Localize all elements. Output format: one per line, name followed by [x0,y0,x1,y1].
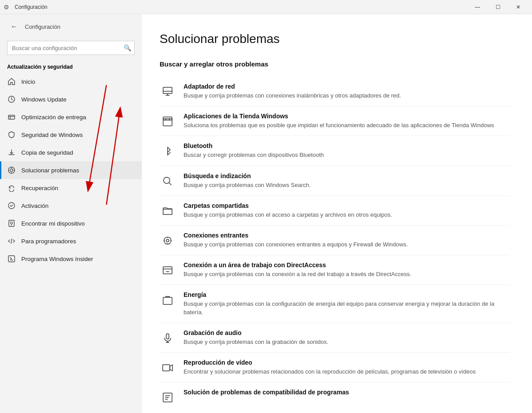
sidebar-label-encontrar: Encontrar mi dispositivo [21,220,85,227]
trouble-desc-busqueda: Busque y corrija problemas con Windows S… [184,181,510,189]
sidebar-item-solucionar[interactable]: Solucionar problemas [0,161,142,179]
trouble-text-carpetas: Carpetas compartidas Busque y corrija pr… [184,202,510,219]
sidebar-label-solucionar: Solucionar problemas [21,167,79,174]
trouble-item-busqueda[interactable]: Búsqueda e indización Busque y corrija p… [160,166,510,196]
trouble-title-grabacion-audio: Grabación de audio [184,329,510,336]
trouble-item-conexion-directaccess[interactable]: Conexión a un área de trabajo con Direct… [160,255,510,285]
trouble-title-energia: Energía [184,291,510,298]
trouble-item-aplicaciones-tienda[interactable]: Aplicaciones de la Tienda Windows Soluci… [160,106,510,136]
insider-icon [7,254,16,263]
svg-point-3 [10,169,13,171]
sidebar-item-recuperacion[interactable]: Recuperación [0,179,142,197]
sidebar-item-optimizacion[interactable]: Optimización de entrega [0,108,142,126]
sidebar: ← Configuración 🔍 Actualización y seguri… [0,14,142,413]
backup-icon [7,148,16,157]
app-body: ← Configuración 🔍 Actualización y seguri… [0,14,532,413]
bluetooth-icon [160,143,176,159]
trouble-item-adaptador-red[interactable]: Adaptador de red Busque y corrija proble… [160,77,510,106]
trouble-desc-aplicaciones-tienda: Soluciona los problemas que es posible q… [184,121,510,129]
trouble-item-reproduccion-video[interactable]: Reproducción de vídeo Encontrar y soluci… [160,353,510,382]
network-icon [160,84,176,100]
folder-icon [160,203,176,219]
back-button[interactable]: ← [7,19,21,34]
trouble-text-energia: Energía Busque y corrija problemas con l… [184,291,510,316]
sidebar-label-optimizacion: Optimización de entrega [21,114,86,121]
svg-rect-1 [8,115,15,119]
trouble-item-grabacion-audio[interactable]: Grabación de audio Busque y corrija prob… [160,323,510,353]
trouble-title-bluetooth: Bluetooth [184,142,510,149]
trouble-desc-reproduccion-video: Encontrar y solucionar problemas relacio… [184,368,510,376]
svg-rect-17 [163,297,172,304]
trouble-item-compatibilidad[interactable]: Solución de problemas de compatibilidad … [160,382,510,412]
sidebar-item-windows-update[interactable]: Windows Update [0,90,142,108]
sidebar-label-copia: Copia de seguridad [21,149,73,156]
trouble-title-conexion-directaccess: Conexión a un área de trabajo con Direct… [184,261,510,269]
sidebar-item-insider[interactable]: Programa Windows Insider [0,250,142,268]
svg-rect-18 [166,334,169,339]
activation-icon [7,201,16,210]
trouble-list: Adaptador de red Busque y corrija proble… [160,77,510,412]
main-content: Solucionar problemas Buscar y arreglar o… [142,14,532,413]
compat-icon [160,390,176,405]
trouble-item-bluetooth[interactable]: Bluetooth Buscar y corregir problemas co… [160,136,510,166]
trouble-item-conexiones-entrantes[interactable]: Conexiones entrantes Busque y corrija pr… [160,226,510,255]
trouble-title-carpetas: Carpetas compartidas [184,202,510,209]
sidebar-item-copia[interactable]: Copia de seguridad [0,144,142,161]
sidebar-label-activacion: Activación [21,203,49,209]
maximize-button[interactable]: ☐ [488,0,508,14]
trouble-text-aplicaciones-tienda: Aplicaciones de la Tienda Windows Soluci… [184,113,510,129]
titlebar: ⚙ Configuración — ☐ ✕ [0,0,532,14]
sidebar-label-seguridad: Seguridad de Windows [21,132,83,138]
svg-point-14 [164,237,171,244]
trouble-text-grabacion-audio: Grabación de audio Busque y corrija prob… [184,329,510,346]
trouble-text-compatibilidad: Solución de problemas de compatibilidad … [184,389,510,397]
sidebar-item-seguridad[interactable]: Seguridad de Windows [0,126,142,144]
power-icon [160,292,176,308]
trouble-title-busqueda: Búsqueda e indización [184,172,510,179]
section-subtitle: Buscar y arreglar otros problemas [160,60,510,68]
store-icon [160,113,176,129]
sidebar-label-programadores: Para programadores [21,238,76,245]
trouble-title-aplicaciones-tienda: Aplicaciones de la Tienda Windows [184,113,510,120]
find-device-icon [7,219,16,228]
search-icon-button[interactable]: 🔍 [122,43,133,52]
update-icon [7,95,16,104]
trouble-title-compatibilidad: Solución de problemas de compatibilidad … [184,389,510,396]
mic-icon [160,330,176,346]
svg-point-2 [8,167,15,173]
close-button[interactable]: ✕ [508,0,528,14]
sidebar-item-activacion[interactable]: Activación [0,197,142,214]
video-icon [160,360,176,376]
trouble-desc-conexion-directaccess: Busque y corrija problemas con la conexi… [184,270,510,278]
minimize-button[interactable]: — [467,0,488,14]
search-icon [160,173,176,189]
trouble-desc-conexiones-entrantes: Busque y corrija problemas con conexione… [184,241,510,249]
svg-point-4 [8,203,15,209]
search-input[interactable] [7,41,135,55]
trouble-title-reproduccion-video: Reproducción de vídeo [184,359,510,366]
sidebar-label-windows-update: Windows Update [21,96,66,103]
recovery-icon [7,183,16,192]
incoming-icon [160,233,176,249]
sidebar-label-insider: Programa Windows Insider [21,256,93,262]
svg-point-6 [11,222,13,224]
delivery-icon [7,113,16,121]
trouble-item-carpetas[interactable]: Carpetas compartidas Busque y corrija pr… [160,196,510,226]
sidebar-section-title: Actualización y seguridad [0,60,142,73]
trouble-title-adaptador-red: Adaptador de red [184,83,510,90]
sidebar-item-programadores[interactable]: Para programadores [0,232,142,250]
trouble-desc-adaptador-red: Busque y corrija problemas con conexione… [184,92,510,100]
trouble-item-energia[interactable]: Energía Busque y corrija problemas con l… [160,285,510,323]
titlebar-title: Configuración [11,4,467,10]
directaccess-icon [160,262,176,278]
troubleshoot-icon [7,166,16,175]
sidebar-item-inicio[interactable]: Inicio [0,73,142,90]
shield-icon [7,130,16,139]
page-title: Solucionar problemas [160,32,510,46]
sidebar-item-encontrar[interactable]: Encontrar mi dispositivo [0,214,142,232]
sidebar-nav-top: ← Configuración [0,14,142,39]
svg-point-15 [166,239,169,242]
titlebar-icon: ⚙ [4,4,9,11]
svg-rect-10 [163,87,172,94]
trouble-text-bluetooth: Bluetooth Buscar y corregir problemas co… [184,142,510,159]
